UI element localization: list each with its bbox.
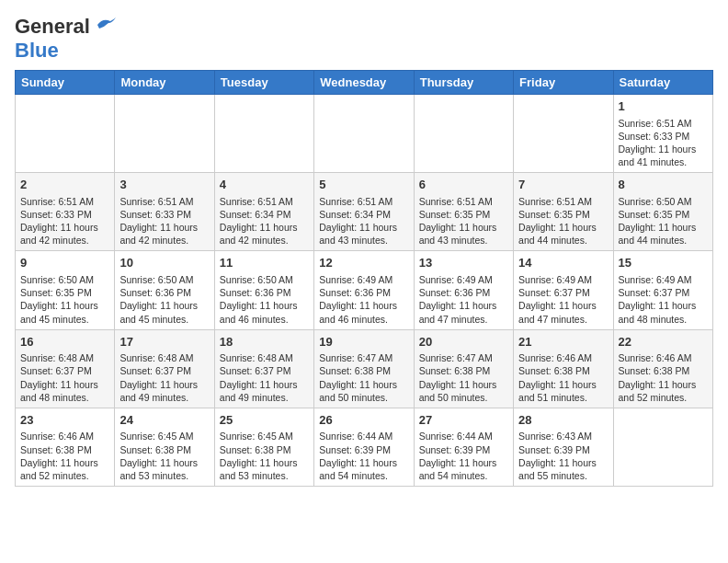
cell-text: Daylight: 11 hours and 42 minutes. — [119, 222, 198, 246]
calendar-cell: 12Sunrise: 6:49 AMSunset: 6:36 PMDayligh… — [314, 251, 414, 329]
calendar-cell — [115, 95, 214, 173]
cell-text: Daylight: 11 hours and 41 minutes. — [619, 144, 697, 167]
cell-text: Daylight: 11 hours and 52 minutes. — [619, 379, 697, 403]
calendar-cell: 24Sunrise: 6:45 AMSunset: 6:38 PMDayligh… — [115, 408, 214, 486]
day-number: 28 — [518, 412, 608, 429]
calendar-cell: 7Sunrise: 6:51 AMSunset: 6:35 PMDaylight… — [514, 173, 613, 251]
page-header: General Blue — [15, 15, 713, 63]
cell-text: Sunset: 6:36 PM — [220, 287, 291, 298]
weekday-header-saturday: Saturday — [613, 71, 712, 95]
day-number: 19 — [319, 334, 408, 350]
cell-text: Sunrise: 6:49 AM — [319, 274, 392, 285]
calendar-cell: 14Sunrise: 6:49 AMSunset: 6:37 PMDayligh… — [514, 251, 613, 329]
calendar-cell — [613, 408, 712, 486]
logo-text-general: General — [15, 15, 90, 39]
day-number: 6 — [419, 177, 508, 193]
cell-text: Sunrise: 6:43 AM — [518, 431, 592, 442]
logo-text-blue: Blue — [15, 39, 59, 62]
cell-text: Daylight: 11 hours and 50 minutes. — [319, 379, 397, 403]
calendar-cell: 25Sunrise: 6:45 AMSunset: 6:38 PMDayligh… — [214, 408, 313, 486]
calendar-header-row: SundayMondayTuesdayWednesdayThursdayFrid… — [16, 71, 713, 95]
cell-text: Sunset: 6:38 PM — [619, 365, 690, 376]
cell-text: Daylight: 11 hours and 47 minutes. — [419, 300, 497, 324]
day-number: 17 — [119, 334, 209, 350]
cell-text: Sunset: 6:38 PM — [319, 365, 391, 376]
cell-text: Daylight: 11 hours and 44 minutes. — [518, 222, 597, 246]
cell-text: Sunrise: 6:49 AM — [619, 274, 692, 285]
cell-text: Sunset: 6:39 PM — [319, 444, 391, 455]
day-number: 2 — [20, 177, 109, 193]
day-number: 10 — [119, 255, 209, 271]
cell-text: Sunset: 6:38 PM — [220, 444, 291, 455]
cell-text: Sunrise: 6:51 AM — [119, 196, 193, 207]
calendar-week-4: 16Sunrise: 6:48 AMSunset: 6:37 PMDayligh… — [16, 329, 713, 408]
cell-text: Sunrise: 6:51 AM — [220, 196, 293, 207]
calendar-cell: 2Sunrise: 6:51 AMSunset: 6:33 PMDaylight… — [16, 173, 115, 251]
calendar-cell: 20Sunrise: 6:47 AMSunset: 6:38 PMDayligh… — [414, 329, 513, 408]
cell-text: Sunrise: 6:49 AM — [419, 274, 493, 285]
calendar-cell — [314, 95, 414, 173]
weekday-header-sunday: Sunday — [16, 71, 115, 95]
cell-text: Sunset: 6:37 PM — [119, 365, 191, 376]
day-number: 11 — [220, 255, 309, 271]
day-number: 18 — [220, 334, 309, 350]
cell-text: Sunrise: 6:51 AM — [619, 118, 692, 129]
cell-text: Sunrise: 6:47 AM — [419, 352, 493, 363]
cell-text: Sunrise: 6:46 AM — [619, 352, 692, 363]
cell-text: Sunrise: 6:47 AM — [319, 352, 392, 363]
cell-text: Daylight: 11 hours and 54 minutes. — [319, 457, 397, 481]
cell-text: Sunset: 6:33 PM — [119, 209, 191, 220]
calendar-cell: 23Sunrise: 6:46 AMSunset: 6:38 PMDayligh… — [16, 408, 115, 486]
cell-text: Sunrise: 6:51 AM — [319, 196, 392, 207]
calendar-cell: 1Sunrise: 6:51 AMSunset: 6:33 PMDaylight… — [613, 95, 712, 173]
cell-text: Sunrise: 6:50 AM — [20, 274, 94, 285]
day-number: 3 — [119, 177, 209, 193]
day-number: 14 — [518, 255, 608, 271]
calendar-cell: 28Sunrise: 6:43 AMSunset: 6:39 PMDayligh… — [514, 408, 613, 486]
logo: General Blue — [15, 15, 118, 63]
cell-text: Sunset: 6:33 PM — [20, 209, 92, 220]
calendar-cell: 17Sunrise: 6:48 AMSunset: 6:37 PMDayligh… — [115, 329, 214, 408]
cell-text: Sunset: 6:38 PM — [518, 365, 590, 376]
cell-text: Daylight: 11 hours and 53 minutes. — [119, 457, 198, 481]
cell-text: Sunset: 6:36 PM — [319, 287, 391, 298]
cell-text: Sunrise: 6:45 AM — [119, 431, 193, 442]
cell-text: Sunset: 6:35 PM — [419, 209, 491, 220]
cell-text: Sunrise: 6:50 AM — [220, 274, 293, 285]
cell-text: Sunset: 6:35 PM — [20, 287, 92, 298]
cell-text: Sunrise: 6:44 AM — [419, 431, 493, 442]
cell-text: Sunrise: 6:46 AM — [518, 352, 592, 363]
cell-text: Sunset: 6:33 PM — [619, 131, 690, 142]
cell-text: Daylight: 11 hours and 46 minutes. — [319, 300, 397, 324]
cell-text: Sunset: 6:39 PM — [419, 444, 491, 455]
cell-text: Sunset: 6:37 PM — [518, 287, 590, 298]
calendar-table: SundayMondayTuesdayWednesdayThursdayFrid… — [15, 70, 713, 487]
day-number: 26 — [319, 412, 408, 429]
day-number: 24 — [119, 412, 209, 429]
calendar-cell — [214, 95, 313, 173]
cell-text: Sunset: 6:35 PM — [518, 209, 590, 220]
cell-text: Daylight: 11 hours and 42 minutes. — [220, 222, 298, 246]
day-number: 7 — [518, 177, 608, 193]
calendar-cell: 27Sunrise: 6:44 AMSunset: 6:39 PMDayligh… — [414, 408, 513, 486]
weekday-header-tuesday: Tuesday — [214, 71, 313, 95]
day-number: 25 — [220, 412, 309, 429]
cell-text: Sunset: 6:34 PM — [319, 209, 391, 220]
cell-text: Daylight: 11 hours and 53 minutes. — [220, 457, 298, 481]
day-number: 9 — [20, 255, 109, 271]
calendar-cell: 18Sunrise: 6:48 AMSunset: 6:37 PMDayligh… — [214, 329, 313, 408]
cell-text: Daylight: 11 hours and 45 minutes. — [20, 300, 98, 324]
cell-text: Sunset: 6:37 PM — [220, 365, 291, 376]
cell-text: Sunrise: 6:46 AM — [20, 431, 94, 442]
cell-text: Sunset: 6:37 PM — [20, 365, 92, 376]
cell-text: Daylight: 11 hours and 48 minutes. — [619, 300, 697, 324]
day-number: 12 — [319, 255, 408, 271]
day-number: 5 — [319, 177, 408, 193]
cell-text: Daylight: 11 hours and 45 minutes. — [119, 300, 198, 324]
calendar-week-2: 2Sunrise: 6:51 AMSunset: 6:33 PMDaylight… — [16, 173, 713, 251]
calendar-cell: 26Sunrise: 6:44 AMSunset: 6:39 PMDayligh… — [314, 408, 414, 486]
cell-text: Sunrise: 6:48 AM — [119, 352, 193, 363]
day-number: 21 — [518, 334, 608, 350]
calendar-week-5: 23Sunrise: 6:46 AMSunset: 6:38 PMDayligh… — [16, 408, 713, 486]
day-number: 13 — [419, 255, 508, 271]
